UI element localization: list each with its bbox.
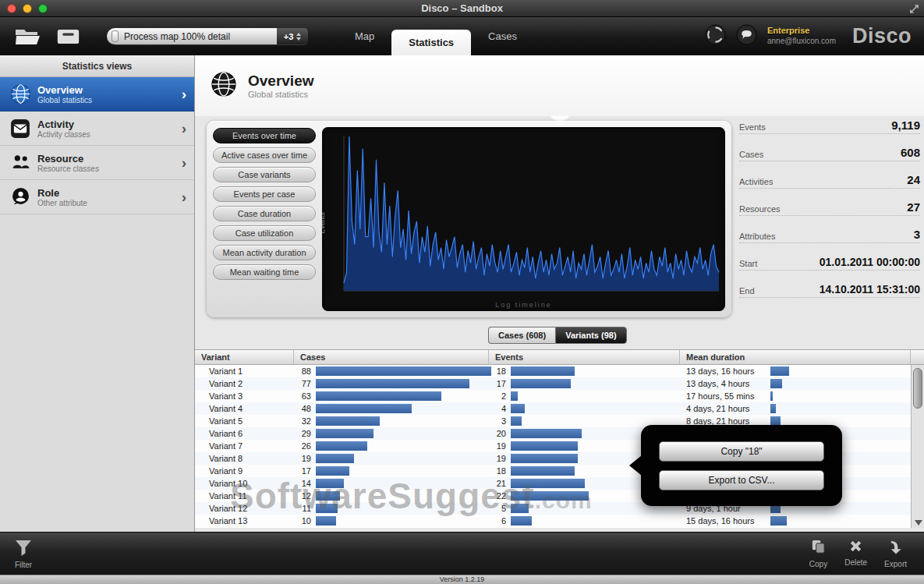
column-header-mean-duration[interactable]: Mean duration: [680, 350, 911, 364]
cases-value: 14: [294, 479, 311, 488]
column-header-cases[interactable]: Cases: [294, 350, 489, 364]
cases-bar: [316, 404, 412, 413]
tab-statistics[interactable]: Statistics: [391, 30, 471, 55]
chart-button-case-utilization[interactable]: Case utilization: [213, 225, 316, 241]
events-cell: 18: [489, 365, 680, 377]
open-folder-icon[interactable]: [14, 27, 42, 47]
events-value: 21: [489, 479, 506, 488]
table-row[interactable]: Variant 1310615 days, 16 hours: [195, 515, 911, 527]
aperture-icon[interactable]: [705, 24, 726, 48]
stat-cases: Cases608: [739, 134, 920, 161]
sidebar-item-title: Role: [37, 187, 87, 199]
chart-button-events-over-time[interactable]: Events over time: [213, 128, 316, 143]
app-logo: Disco: [852, 24, 912, 48]
chart-button-mean-activity-duration[interactable]: Mean activity duration: [213, 245, 316, 260]
stat-label: Events: [739, 122, 766, 132]
context-menu: Copy "18" Export to CSV...: [641, 425, 842, 506]
chart-x-axis-label: Log timeline: [322, 301, 725, 309]
sidebar-item-subtitle: Activity classes: [37, 130, 90, 139]
stepper-arrows-icon[interactable]: [296, 33, 301, 41]
tab-map[interactable]: Map: [338, 17, 391, 55]
archive-icon[interactable]: [56, 27, 80, 46]
stat-end: End14.10.2011 15:31:00: [739, 271, 920, 298]
stat-label: Resources: [739, 204, 781, 214]
sidebar-item-title: Overview: [37, 84, 92, 96]
variant-cell: Variant 6: [195, 427, 294, 440]
table-row[interactable]: Variant 44844 days, 21 hours: [195, 402, 911, 415]
sidebar-item-title: Resource: [37, 153, 99, 165]
events-cell: 6: [489, 515, 680, 527]
sidebar-item-overview[interactable]: OverviewGlobal statistics›: [0, 77, 194, 111]
delete-button[interactable]: Delete: [844, 539, 867, 568]
close-window-button[interactable]: [7, 4, 16, 13]
copy-value-button[interactable]: Copy "18": [659, 441, 824, 462]
sidebar-item-resource[interactable]: ResourceResource classes›: [0, 146, 194, 180]
sidebar-item-role[interactable]: RoleOther attribute›: [0, 180, 194, 214]
minimize-window-button[interactable]: [23, 4, 32, 13]
mean-duration-cell: 17 hours, 55 mins: [680, 390, 911, 402]
table-row[interactable]: Variant 363217 hours, 55 mins: [195, 390, 911, 402]
detail-stepper[interactable]: +3: [277, 28, 308, 44]
column-header-variant[interactable]: Variant: [195, 350, 294, 364]
table-scrollbar[interactable]: [911, 365, 924, 528]
tab-cases[interactable]: Cases: [471, 17, 534, 55]
cases-bar: [316, 429, 373, 438]
chart-button-case-duration[interactable]: Case duration: [213, 206, 316, 221]
globe-icon: [8, 83, 33, 104]
mean-duration-cell: 4 days, 21 hours: [680, 402, 911, 415]
variant-cell: Variant 1: [195, 365, 294, 377]
events-value: 3: [489, 416, 506, 426]
tab-cases-608-[interactable]: Cases (608): [488, 327, 555, 344]
tab-variants-98-[interactable]: Variants (98): [555, 327, 626, 344]
events-bar: [511, 379, 571, 388]
chart-button-events-per-case[interactable]: Events per case: [213, 186, 316, 202]
chat-icon[interactable]: [736, 24, 757, 48]
process-map-detail-slider[interactable]: Process map 100% detail +3: [107, 28, 308, 44]
duration-bar: [770, 404, 776, 413]
column-header-events[interactable]: Events: [489, 350, 680, 364]
cases-value: 29: [294, 429, 311, 438]
sidebar-item-activity[interactable]: ActivityActivity classes›: [0, 111, 194, 146]
duration-bar: [770, 391, 773, 401]
chart-button-mean-waiting-time[interactable]: Mean waiting time: [213, 264, 316, 280]
sidebar-item-text: ResourceResource classes: [37, 153, 99, 173]
chart-button-active-cases-over-time[interactable]: Active cases over time: [213, 147, 316, 163]
events-value: 20: [489, 429, 506, 438]
table-row[interactable]: Variant 2771713 days, 4 hours: [195, 377, 911, 390]
events-bar: [511, 404, 525, 413]
mean-duration-cell: 15 days, 16 hours: [680, 515, 911, 527]
variant-cell: Variant 7: [195, 440, 294, 452]
sidebar-header: Statistics views: [0, 55, 194, 77]
variant-cell: Variant 8: [195, 452, 294, 465]
chart-button-case-variants[interactable]: Case variants: [213, 167, 316, 182]
variant-cell: Variant 3: [195, 390, 294, 402]
scrollbar-thumb[interactable]: [913, 368, 922, 409]
sidebar-item-text: ActivityActivity classes: [37, 119, 90, 139]
table-row[interactable]: Variant 1881813 days, 16 hours: [195, 365, 911, 377]
slider-track[interactable]: Process map 100% detail: [107, 28, 277, 44]
export-csv-button[interactable]: Export to CSV...: [659, 470, 824, 490]
resize-icon[interactable]: [909, 3, 919, 17]
events-bar: [511, 516, 532, 526]
duration-bar: [770, 379, 782, 388]
stat-label: End: [739, 286, 755, 296]
cases-value: 48: [294, 404, 311, 413]
copy-button[interactable]: Copy: [809, 539, 827, 568]
stat-value: 27: [907, 200, 920, 214]
filter-button[interactable]: Filter: [14, 539, 33, 569]
zoom-window-button[interactable]: [38, 4, 48, 13]
cases-value: 63: [294, 391, 311, 401]
sidebar-item-text: RoleOther attribute: [37, 187, 87, 207]
cases-cell: 48: [294, 402, 489, 415]
export-button[interactable]: Export: [884, 539, 907, 568]
delete-icon: [848, 539, 863, 557]
sidebar-item-subtitle: Other attribute: [37, 199, 87, 207]
slider-handle[interactable]: [112, 30, 119, 42]
chart-panel: Events over timeActive cases over timeCa…: [207, 121, 731, 317]
account-info: Enterprise anne@fluxicon.com: [767, 26, 836, 46]
scrollbar-down-arrow[interactable]: [915, 520, 922, 526]
cases-value: 11: [294, 504, 311, 513]
events-value: 2: [489, 391, 506, 401]
stat-label: Activities: [739, 177, 773, 186]
variant-cell: Variant 13: [195, 515, 294, 527]
